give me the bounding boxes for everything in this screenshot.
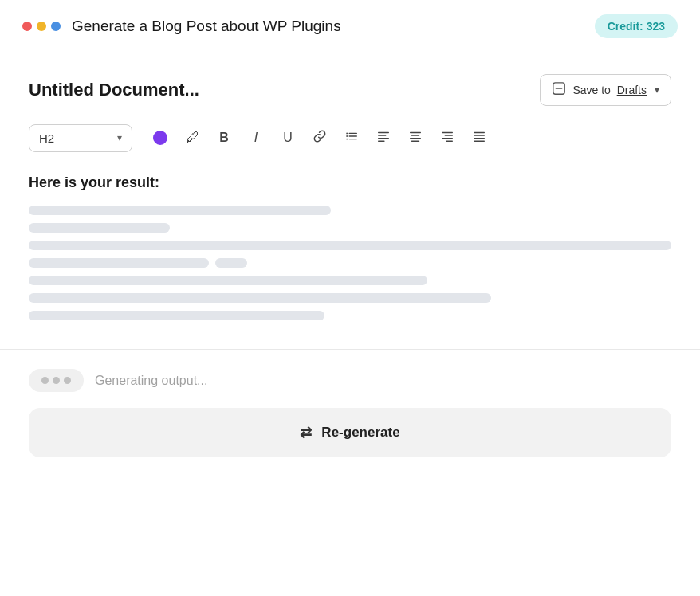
skeleton-lines [29, 206, 671, 320]
skeleton-line [29, 241, 671, 250]
skeleton-line [29, 293, 491, 303]
heading-chevron-icon: ▾ [117, 132, 122, 143]
typing-dot-1 [41, 377, 49, 384]
dot-blue [51, 22, 61, 31]
regenerate-label: Re-generate [321, 425, 399, 441]
underline-button[interactable]: U [273, 124, 302, 152]
dot-red [22, 22, 32, 31]
italic-icon: I [254, 131, 258, 145]
svg-point-7 [346, 139, 348, 140]
dot-yellow [37, 22, 46, 31]
list-button[interactable] [337, 124, 366, 152]
regenerate-button[interactable]: ⇄ Re-generate [29, 408, 671, 457]
window-dots [22, 22, 61, 31]
skeleton-line [29, 311, 324, 320]
justify-icon [472, 129, 486, 147]
document-area: Untitled Document... Save to Drafts ▾ H2… [0, 53, 700, 350]
typing-dots-indicator [29, 369, 84, 392]
align-left-icon [376, 129, 391, 147]
heading-select[interactable]: H2 ▾ [29, 124, 132, 152]
save-label-text: Save to [572, 84, 610, 96]
drafts-label-text: Drafts [617, 84, 647, 96]
save-drafts-button[interactable]: Save to Drafts ▾ [540, 74, 671, 106]
align-right-button[interactable] [433, 124, 462, 152]
link-button[interactable] [305, 124, 334, 152]
underline-icon: U [283, 131, 293, 145]
doc-title: Untitled Document... [29, 80, 199, 100]
skeleton-line [29, 206, 331, 215]
align-center-button[interactable] [401, 124, 430, 152]
top-bar-left: Generate a Blog Post about WP Plugins [22, 18, 341, 35]
skeleton-line [29, 223, 170, 233]
bottom-area: Generating output... ⇄ Re-generate [0, 350, 700, 483]
color-dot-icon [153, 131, 167, 145]
justify-button[interactable] [465, 124, 494, 152]
align-center-icon [408, 129, 423, 147]
bold-button[interactable]: B [210, 124, 238, 152]
save-icon [552, 81, 566, 99]
heading-select-value: H2 [39, 131, 54, 145]
generating-status-text: Generating output... [95, 374, 207, 388]
color-picker-button[interactable] [146, 124, 175, 152]
toolbar: H2 ▾ 🖊 B I U [29, 124, 671, 152]
italic-button[interactable]: I [242, 124, 270, 152]
generating-row: Generating output... [29, 369, 671, 392]
align-right-icon [440, 129, 454, 147]
result-heading: Here is your result: [29, 174, 671, 191]
link-icon [313, 129, 327, 147]
highlight-icon: 🖊 [186, 130, 199, 146]
regenerate-icon: ⇄ [300, 424, 312, 441]
skeleton-line [29, 258, 671, 268]
doc-header: Untitled Document... Save to Drafts ▾ [29, 74, 671, 106]
result-area: Here is your result: [29, 174, 671, 349]
align-left-button[interactable] [369, 124, 398, 152]
page-title: Generate a Blog Post about WP Plugins [72, 18, 341, 35]
skeleton-line [29, 276, 427, 285]
typing-dot-2 [53, 377, 60, 384]
bold-icon: B [219, 131, 229, 145]
chevron-down-icon: ▾ [655, 84, 659, 96]
list-icon [344, 129, 359, 147]
toolbar-separator-1 [139, 128, 140, 147]
typing-dot-3 [64, 377, 71, 384]
svg-point-5 [346, 133, 348, 135]
svg-point-6 [346, 135, 348, 137]
top-bar: Generate a Blog Post about WP Plugins Cr… [0, 0, 700, 53]
save-drafts-label: Save to Drafts [572, 84, 647, 96]
highlight-button[interactable]: 🖊 [178, 124, 206, 152]
credit-badge: Credit: 323 [595, 14, 678, 38]
